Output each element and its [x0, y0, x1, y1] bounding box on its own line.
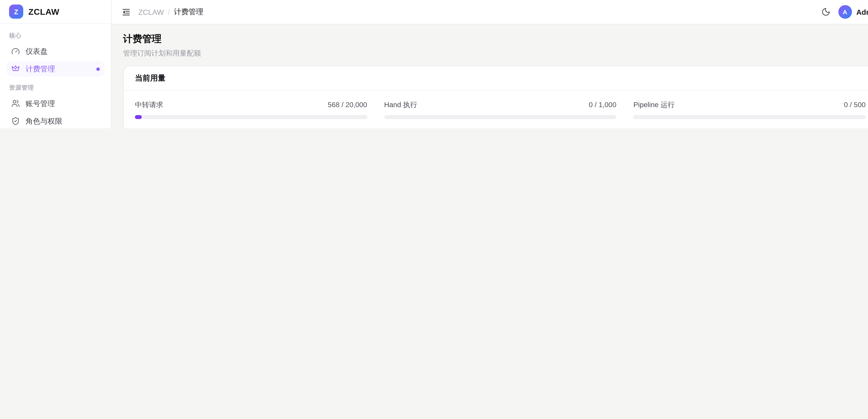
sidebar-nav: 核心 仪表盘 计费管理 资源管理: [0, 24, 111, 128]
main-area: ZCLAW / 计费管理 A Admin 计费管理 管理订阅计划和用量配额 当前…: [112, 0, 868, 128]
brand-name: ZCLAW: [28, 7, 59, 17]
meter-label: 中转请求: [135, 100, 163, 110]
crown-icon: [11, 65, 20, 73]
meter-value: 0 / 1,000: [589, 101, 616, 109]
meter-value: 568 / 20,000: [328, 101, 367, 109]
users-icon: [11, 99, 20, 108]
sidebar-item-label: 角色与权限: [26, 116, 62, 126]
subscription-period: 订阅周期: 2026/4/14 — 2026/5/14: [135, 128, 866, 128]
shield-check-icon: [11, 117, 20, 125]
sidebar-item-dashboard[interactable]: 仪表盘: [7, 43, 104, 59]
progress-fill: [135, 115, 142, 119]
page-title: 计费管理: [123, 32, 868, 45]
meter-label: Hand 执行: [384, 100, 417, 110]
gauge-icon: [11, 47, 20, 56]
breadcrumb: ZCLAW / 计费管理: [138, 7, 203, 17]
sidebar-item-roles[interactable]: 角色与权限: [7, 113, 104, 128]
brand-logo[interactable]: Z ZCLAW: [0, 0, 111, 24]
progress-track: [633, 115, 866, 119]
nav-group-label: 核心: [9, 32, 104, 40]
page-content: 计费管理 管理订阅计划和用量配额 当前用量 中转请求 568 / 20,000: [112, 24, 868, 128]
user-menu[interactable]: A Admin: [838, 5, 868, 19]
usage-meter-pipeline-runs: Pipeline 运行 0 / 500: [633, 100, 866, 119]
topbar: ZCLAW / 计费管理 A Admin: [112, 0, 868, 24]
sidebar-item-label: 计费管理: [26, 64, 55, 74]
sidebar-item-label: 仪表盘: [26, 46, 48, 56]
meter-value: 0 / 500: [844, 101, 866, 109]
progress-track: [135, 115, 367, 119]
nav-group-resources: 资源管理 账号管理 角色与权限 模型服务: [7, 84, 104, 128]
avatar: A: [838, 5, 852, 19]
usage-card-title: 当前用量: [124, 66, 868, 91]
sidebar: Z ZCLAW 核心 仪表盘 计费管理: [0, 0, 112, 128]
user-name: Admin: [856, 8, 868, 16]
usage-meter-hand-executions: Hand 执行 0 / 1,000: [384, 100, 616, 119]
sidebar-item-accounts[interactable]: 账号管理: [7, 96, 104, 111]
breadcrumb-current: 计费管理: [174, 7, 203, 17]
nav-group-label: 资源管理: [9, 84, 104, 92]
usage-card-body: 中转请求 568 / 20,000 Hand 执行 0 / 1,000: [124, 91, 868, 128]
brand-logo-mark: Z: [9, 4, 23, 19]
sidebar-item-label: 账号管理: [26, 98, 55, 109]
usage-meter-relay-requests: 中转请求 568 / 20,000: [135, 100, 367, 119]
page-subtitle: 管理订阅计划和用量配额: [123, 49, 868, 59]
active-indicator-dot: [96, 67, 100, 71]
progress-track: [384, 115, 616, 119]
meter-label: Pipeline 运行: [633, 100, 675, 110]
sidebar-collapse-icon[interactable]: [121, 7, 131, 17]
topbar-right: A Admin: [821, 5, 868, 19]
app-window: Z ZCLAW 核心 仪表盘 计费管理: [0, 0, 868, 128]
nav-group-core: 核心 仪表盘 计费管理: [7, 32, 104, 77]
current-usage-card: 当前用量 中转请求 568 / 20,000: [123, 66, 868, 128]
sidebar-item-billing[interactable]: 计费管理: [7, 61, 104, 77]
breadcrumb-separator: /: [168, 8, 170, 16]
breadcrumb-root[interactable]: ZCLAW: [138, 8, 164, 16]
dark-mode-toggle-moon-icon[interactable]: [821, 7, 830, 16]
